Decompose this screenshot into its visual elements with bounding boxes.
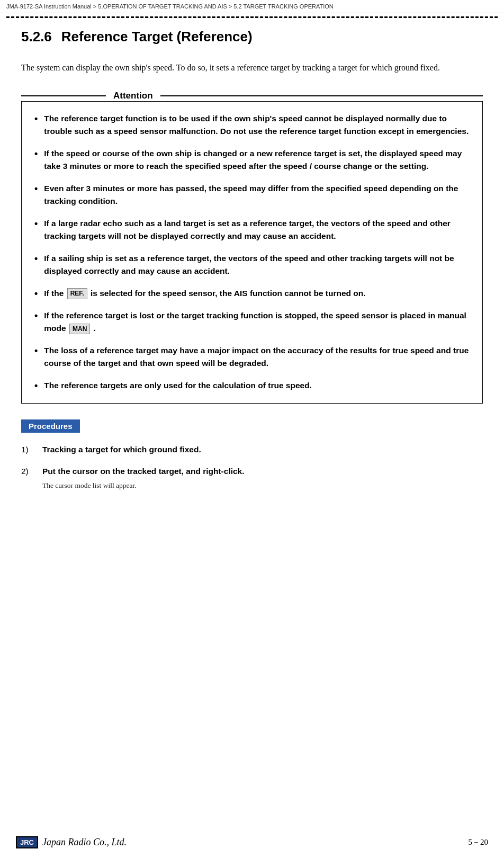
bullet-icon: •	[34, 218, 38, 230]
attention-item-5: If a sailing ship is set as a reference …	[44, 252, 470, 278]
attention-item-4: If a large radar echo such as a land tar…	[44, 217, 470, 243]
bullet-icon: •	[34, 253, 38, 265]
bullet-icon: •	[34, 310, 38, 322]
procedures-section: Procedures 1) Tracking a target for whic…	[21, 419, 483, 491]
attention-box: • The reference target function is to be…	[21, 101, 483, 404]
procedures-badge: Procedures	[21, 419, 80, 433]
footer-logo: JRC Japan Radio Co., Ltd.	[16, 836, 127, 848]
list-item: • The reference target function is to be…	[34, 112, 470, 138]
step1-row: 1) Tracking a target for which ground fi…	[21, 443, 483, 455]
attention-label: Attention	[106, 91, 160, 101]
page-number: 5－20	[469, 837, 489, 847]
step2-number: 2)	[21, 467, 42, 476]
attention-item-6: If the REF. is selected for the speed se…	[44, 287, 470, 300]
section-number: 5.2.6	[21, 29, 52, 44]
company-name: Japan Radio Co., Ltd.	[42, 837, 127, 848]
footer: JRC Japan Radio Co., Ltd. 5－20	[0, 836, 504, 848]
list-item: • If the speed or course of the own ship…	[34, 147, 470, 173]
bullet-icon: •	[34, 148, 38, 160]
item6-text-after: is selected for the speed sensor, the AI…	[91, 289, 366, 298]
bullet-icon: •	[34, 345, 38, 357]
attention-container: Attention • The reference target functio…	[21, 91, 483, 404]
item7-text-before: If the reference target is lost or the t…	[44, 311, 466, 333]
breadcrumb: JMA-9172-SA Instruction Manual > 5.OPERA…	[0, 0, 504, 13]
procedure-step-1: 1) Tracking a target for which ground fi…	[21, 443, 483, 455]
attention-item-8: The loss of a reference target may have …	[44, 344, 470, 370]
intro-paragraph: The system can display the own ship's sp…	[21, 61, 483, 75]
attention-item-9: The reference targets are only used for …	[44, 379, 470, 392]
attention-line-left	[21, 95, 106, 96]
list-item: • If a large radar echo such as a land t…	[34, 217, 470, 243]
bullet-icon: •	[34, 113, 38, 125]
attention-list: • The reference target function is to be…	[34, 112, 470, 392]
list-item: • The reference targets are only used fo…	[34, 379, 470, 392]
attention-item-3: Even after 3 minutes or more has passed,…	[44, 182, 470, 208]
step2-text: Put the cursor on the tracked target, an…	[42, 465, 245, 477]
attention-item-2: If the speed or course of the own ship i…	[44, 147, 470, 173]
attention-item-7: If the reference target is lost or the t…	[44, 309, 470, 335]
list-item: • If the REF. is selected for the speed …	[34, 287, 470, 300]
bullet-icon: •	[34, 380, 38, 392]
jrc-label: JRC	[16, 836, 38, 848]
section-heading: 5.2.6Reference Target (Reference)	[21, 29, 483, 45]
list-item: • Even after 3 minutes or more has passe…	[34, 182, 470, 208]
attention-line-right	[160, 95, 483, 96]
list-item: • The loss of a reference target may hav…	[34, 344, 470, 370]
attention-label-row: Attention	[21, 91, 483, 101]
list-item: • If the reference target is lost or the…	[34, 309, 470, 335]
item6-text-before: If the	[44, 289, 64, 298]
step1-number: 1)	[21, 445, 42, 454]
bullet-icon: •	[34, 288, 38, 300]
step2-row: 2) Put the cursor on the tracked target,…	[21, 465, 483, 477]
step1-text: Tracking a target for which ground fixed…	[42, 443, 201, 455]
procedure-step-2: 2) Put the cursor on the tracked target,…	[21, 465, 483, 491]
item7-text-after: .	[94, 324, 96, 333]
bullet-icon: •	[34, 183, 38, 195]
list-item: • If a sailing ship is set as a referenc…	[34, 252, 470, 278]
man-badge: MAN	[69, 324, 90, 335]
step2-note: The cursor mode list will appear.	[42, 480, 483, 491]
section-title: Reference Target (Reference)	[61, 29, 253, 44]
ref-badge: REF.	[67, 288, 87, 299]
attention-item-1: The reference target function is to be u…	[44, 112, 470, 138]
